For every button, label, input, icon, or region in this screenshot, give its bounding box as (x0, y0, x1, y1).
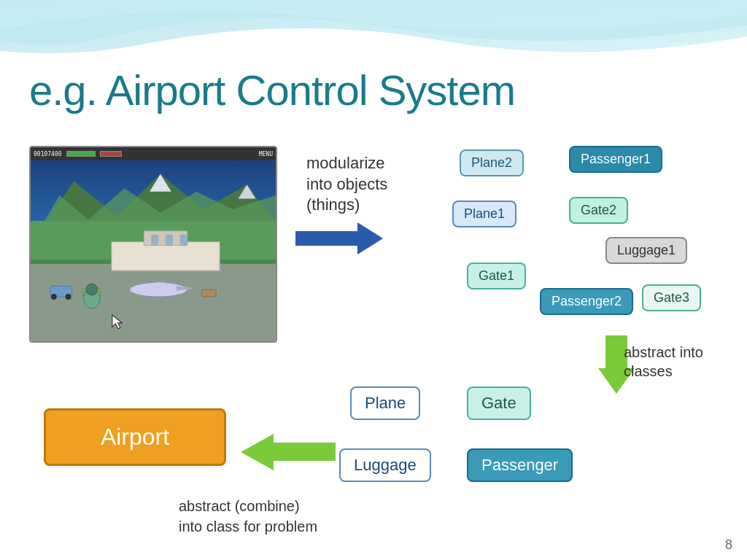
svg-marker-22 (295, 222, 383, 254)
obj-passenger1: Passenger1 (569, 146, 662, 173)
class-luggage: Luggage (339, 448, 431, 482)
svg-point-11 (65, 294, 71, 300)
svg-marker-21 (112, 315, 122, 329)
airport-game-image: 00107400 MENU (29, 146, 277, 343)
abstract-classes-text: abstract intoclasses (624, 343, 703, 381)
modularize-text: modularizeinto objects(things) (306, 153, 387, 216)
svg-rect-18 (201, 289, 216, 297)
obj-plane1: Plane1 (452, 201, 516, 228)
game-characters (80, 273, 128, 332)
hud-score: 00107400 (34, 151, 62, 158)
svg-marker-24 (241, 434, 336, 470)
svg-point-10 (51, 294, 57, 300)
class-plane: Plane (350, 386, 420, 420)
obj-passenger2: Passenger2 (540, 288, 633, 315)
hud-bar-red (100, 151, 122, 157)
class-passenger: Passenger (467, 448, 573, 482)
green-arrow-left (241, 434, 336, 473)
hud-bar-green (66, 151, 96, 157)
slide-title: e.g. Airport Control System (29, 66, 515, 114)
obj-plane2: Plane2 (460, 149, 524, 176)
blue-arrow-right (295, 222, 383, 258)
obj-gate1: Gate1 (467, 262, 526, 289)
svg-rect-8 (180, 235, 187, 246)
obj-gate2: Gate2 (569, 197, 628, 224)
airport-box: Airport (44, 408, 226, 466)
abstract-combine-text: abstract (combine)into class for problem (179, 496, 317, 537)
tarmac-vehicles (43, 258, 263, 307)
svg-rect-7 (166, 235, 173, 246)
wave-header (0, 0, 747, 66)
obj-gate3: Gate3 (642, 284, 701, 311)
svg-point-20 (86, 284, 98, 295)
class-gate: Gate (467, 386, 531, 420)
obj-luggage1: Luggage1 (605, 237, 687, 264)
objects-cluster: Plane2 Passenger1 Plane1 Gate2 Luggage1 … (445, 142, 722, 354)
svg-rect-6 (151, 235, 158, 246)
slide-number: 8 (725, 537, 732, 553)
hud-menu: MENU (259, 151, 273, 158)
game-hud: 00107400 MENU (31, 147, 276, 160)
